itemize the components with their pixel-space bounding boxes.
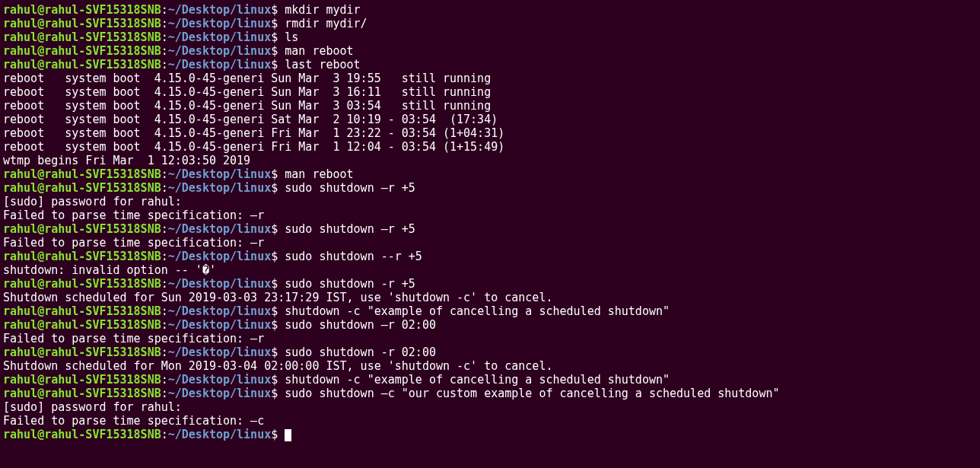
prompt-path: ~/Desktop/linux — [168, 17, 271, 30]
terminal-line: rahul@rahul-SVF15318SNB:~/Desktop/linux$… — [3, 277, 977, 291]
prompt-user: rahul — [3, 318, 37, 332]
prompt-at: @ — [37, 181, 44, 195]
terminal-line: rahul@rahul-SVF15318SNB:~/Desktop/linux$… — [3, 373, 977, 387]
output-text: reboot system boot 4.15.0-45-generi Sun … — [3, 85, 491, 99]
prompt-user: rahul — [3, 387, 37, 400]
terminal-line: wtmp begins Fri Mar 1 12:03:50 2019 — [3, 154, 977, 167]
prompt-at: @ — [37, 222, 44, 236]
prompt-path: ~/Desktop/linux — [168, 428, 271, 441]
prompt-host: rahul-SVF15318SNB — [44, 181, 161, 195]
terminal-output[interactable]: rahul@rahul-SVF15318SNB:~/Desktop/linux$… — [3, 3, 977, 441]
output-text: Shutdown scheduled for Sun 2019-03-03 23… — [3, 291, 552, 304]
prompt-colon: : — [161, 250, 168, 263]
output-text: wtmp begins Fri Mar 1 12:03:50 2019 — [3, 154, 250, 167]
command-text: sudo shutdown –c "our custom example of … — [285, 387, 779, 400]
output-text: reboot system boot 4.15.0-45-generi Sun … — [3, 72, 491, 85]
cursor — [285, 429, 291, 441]
prompt-path: ~/Desktop/linux — [168, 222, 271, 236]
prompt-colon: : — [161, 30, 168, 44]
terminal-line: reboot system boot 4.15.0-45-generi Fri … — [3, 126, 977, 140]
prompt-dollar: $ — [271, 428, 285, 441]
output-text: reboot system boot 4.15.0-45-generi Sat … — [3, 113, 498, 126]
output-text: [sudo] password for rahul: — [3, 195, 189, 209]
prompt-dollar: $ — [271, 3, 285, 17]
command-text: shutdown -c "example of cancelling a sch… — [285, 304, 670, 318]
prompt-dollar: $ — [271, 58, 285, 72]
prompt-at: @ — [37, 318, 44, 332]
terminal-line: Failed to parse time specification: –r — [3, 209, 977, 222]
prompt-user: rahul — [3, 345, 37, 359]
prompt-colon: : — [161, 3, 168, 17]
command-text: man reboot — [285, 167, 353, 181]
prompt-user: rahul — [3, 3, 37, 17]
prompt-dollar: $ — [271, 30, 285, 44]
prompt-colon: : — [161, 373, 168, 387]
prompt-user: rahul — [3, 58, 37, 72]
command-text: sudo shutdown -r 02:00 — [285, 345, 436, 359]
terminal-line: rahul@rahul-SVF15318SNB:~/Desktop/linux$… — [3, 181, 977, 195]
terminal-line: rahul@rahul-SVF15318SNB:~/Desktop/linux$… — [3, 345, 977, 359]
prompt-dollar: $ — [271, 277, 285, 291]
prompt-user: rahul — [3, 373, 37, 387]
terminal-line: Failed to parse time specification: –c — [3, 414, 977, 428]
prompt-dollar: $ — [271, 250, 285, 263]
command-text: last reboot — [285, 58, 360, 72]
output-text: Failed to parse time specification: –r — [3, 332, 264, 345]
command-text: man reboot — [285, 44, 353, 58]
terminal-line: [sudo] password for rahul: — [3, 400, 977, 414]
prompt-user: rahul — [3, 181, 37, 195]
terminal-line: reboot system boot 4.15.0-45-generi Sun … — [3, 72, 977, 85]
prompt-at: @ — [37, 304, 44, 318]
terminal-line: [sudo] password for rahul: — [3, 195, 977, 209]
output-text: shutdown: invalid option -- '�' — [3, 263, 216, 277]
prompt-at: @ — [37, 277, 44, 291]
prompt-dollar: $ — [271, 304, 285, 318]
terminal-line: rahul@rahul-SVF15318SNB:~/Desktop/linux$… — [3, 3, 977, 17]
prompt-path: ~/Desktop/linux — [168, 3, 271, 17]
terminal-line: Failed to parse time specification: –r — [3, 236, 977, 250]
prompt-host: rahul-SVF15318SNB — [44, 58, 161, 72]
prompt-path: ~/Desktop/linux — [168, 387, 271, 400]
terminal-line: rahul@rahul-SVF15318SNB:~/Desktop/linux$… — [3, 250, 977, 263]
terminal-line: rahul@rahul-SVF15318SNB:~/Desktop/linux$… — [3, 304, 977, 318]
prompt-at: @ — [37, 17, 44, 30]
terminal-line: rahul@rahul-SVF15318SNB:~/Desktop/linux$… — [3, 17, 977, 30]
terminal-line: reboot system boot 4.15.0-45-generi Sat … — [3, 113, 977, 126]
prompt-user: rahul — [3, 304, 37, 318]
prompt-path: ~/Desktop/linux — [168, 345, 271, 359]
prompt-at: @ — [37, 167, 44, 181]
output-text: Failed to parse time specification: –r — [3, 236, 264, 250]
prompt-dollar: $ — [271, 345, 285, 359]
prompt-path: ~/Desktop/linux — [168, 304, 271, 318]
prompt-path: ~/Desktop/linux — [168, 373, 271, 387]
prompt-at: @ — [37, 387, 44, 400]
prompt-user: rahul — [3, 277, 37, 291]
prompt-host: rahul-SVF15318SNB — [44, 222, 161, 236]
prompt-path: ~/Desktop/linux — [168, 167, 271, 181]
terminal-line: reboot system boot 4.15.0-45-generi Fri … — [3, 140, 977, 154]
terminal-line: rahul@rahul-SVF15318SNB:~/Desktop/linux$ — [3, 428, 977, 441]
output-text: Failed to parse time specification: –c — [3, 414, 264, 428]
prompt-path: ~/Desktop/linux — [168, 318, 271, 332]
prompt-colon: : — [161, 428, 168, 441]
prompt-at: @ — [37, 3, 44, 17]
prompt-path: ~/Desktop/linux — [168, 277, 271, 291]
prompt-at: @ — [37, 345, 44, 359]
terminal-line: reboot system boot 4.15.0-45-generi Sun … — [3, 85, 977, 99]
prompt-path: ~/Desktop/linux — [168, 250, 271, 263]
prompt-at: @ — [37, 30, 44, 44]
prompt-colon: : — [161, 44, 168, 58]
terminal-line: rahul@rahul-SVF15318SNB:~/Desktop/linux$… — [3, 58, 977, 72]
prompt-dollar: $ — [271, 167, 285, 181]
prompt-path: ~/Desktop/linux — [168, 30, 271, 44]
prompt-colon: : — [161, 58, 168, 72]
prompt-colon: : — [161, 345, 168, 359]
command-text: ls — [285, 30, 298, 44]
output-text: Shutdown scheduled for Mon 2019-03-04 02… — [3, 359, 552, 373]
terminal-line: rahul@rahul-SVF15318SNB:~/Desktop/linux$… — [3, 318, 977, 332]
terminal-line: Shutdown scheduled for Mon 2019-03-04 02… — [3, 359, 977, 373]
prompt-user: rahul — [3, 44, 37, 58]
prompt-colon: : — [161, 181, 168, 195]
prompt-host: rahul-SVF15318SNB — [44, 373, 161, 387]
terminal-line: rahul@rahul-SVF15318SNB:~/Desktop/linux$… — [3, 167, 977, 181]
